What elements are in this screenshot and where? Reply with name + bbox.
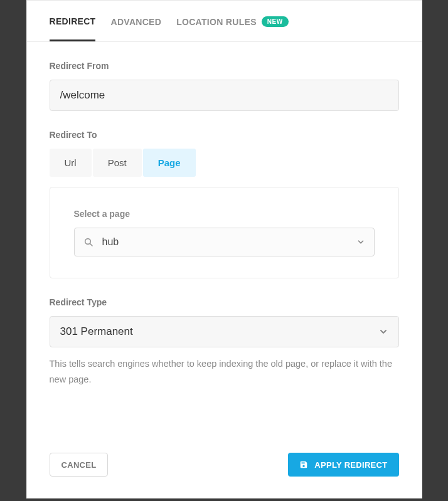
redirect-to-url-tab[interactable]: Url xyxy=(50,149,92,177)
tab-advanced[interactable]: ADVANCED xyxy=(110,2,161,41)
page-select-label: Select a page xyxy=(74,209,375,219)
apply-redirect-label: APPLY REDIRECT xyxy=(314,460,387,470)
cancel-button[interactable]: CANCEL xyxy=(50,453,109,477)
redirect-modal: REDIRECT ADVANCED LOCATION RULES NEW Red… xyxy=(26,0,422,498)
page-select-dropdown[interactable]: hub xyxy=(74,228,375,256)
redirect-to-label: Redirect To xyxy=(50,130,399,140)
save-icon xyxy=(299,460,308,469)
redirect-from-group: Redirect From xyxy=(50,61,399,111)
page-select-value: hub xyxy=(102,236,356,248)
search-icon xyxy=(83,237,93,247)
redirect-type-label: Redirect Type xyxy=(50,297,399,307)
redirect-to-group: Redirect To Url Post Page Select a page … xyxy=(50,130,399,278)
redirect-to-tabs: Url Post Page xyxy=(50,149,399,177)
apply-redirect-button[interactable]: APPLY REDIRECT xyxy=(288,453,398,477)
svg-line-1 xyxy=(90,243,92,246)
tab-bar: REDIRECT ADVANCED LOCATION RULES NEW xyxy=(27,1,422,42)
new-badge: NEW xyxy=(262,16,289,27)
redirect-type-help: This tells search engines whether to kee… xyxy=(50,356,399,388)
tab-location-rules[interactable]: LOCATION RULES NEW xyxy=(176,1,288,41)
redirect-type-group: Redirect Type 301 Permanent This tells s… xyxy=(50,297,399,388)
chevron-down-icon xyxy=(378,327,388,337)
redirect-to-post-tab[interactable]: Post xyxy=(93,149,142,177)
modal-footer: CANCEL APPLY REDIRECT xyxy=(27,438,422,498)
tab-location-rules-label: LOCATION RULES xyxy=(176,17,257,27)
redirect-type-value: 301 Permanent xyxy=(60,325,378,338)
redirect-to-page-tab[interactable]: Page xyxy=(143,149,196,177)
tab-redirect[interactable]: REDIRECT xyxy=(50,1,96,41)
redirect-from-input[interactable] xyxy=(50,80,399,111)
modal-content: Redirect From Redirect To Url Post Page … xyxy=(27,42,422,438)
redirect-type-select[interactable]: 301 Permanent xyxy=(50,316,399,347)
redirect-from-label: Redirect From xyxy=(50,61,399,71)
chevron-down-icon xyxy=(356,238,365,246)
page-select-panel: Select a page hub xyxy=(50,187,399,278)
